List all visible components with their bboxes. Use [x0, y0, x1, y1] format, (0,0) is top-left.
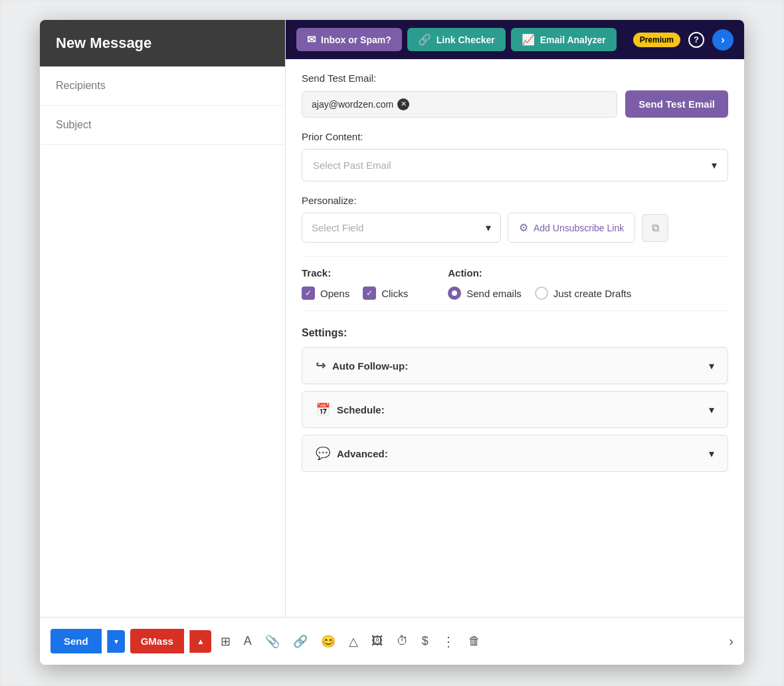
field-select-dropdown[interactable]: Select Field ▾	[302, 213, 501, 243]
checkbox-row: ✓ Opens ✓ Clicks	[302, 286, 408, 300]
settings-advanced[interactable]: 💬 Advanced: ▾	[302, 435, 728, 472]
auto-followup-chevron: ▾	[709, 360, 714, 372]
bottom-toolbar: Send ▾ GMass ▲ ⊞ A 📎 🔗 😊 △ 🖼 ⏱ $ ⋮ 🗑 ›	[40, 617, 744, 665]
radio-create-drafts[interactable]: Just create Drafts	[535, 286, 632, 300]
create-drafts-label: Just create Drafts	[553, 288, 632, 299]
copy-icon: ⧉	[652, 222, 659, 234]
settings-auto-followup[interactable]: ↪ Auto Follow-up: ▾	[302, 347, 728, 384]
advanced-label: Advanced:	[337, 448, 388, 459]
action-section: Action: Send emails Just create Drafts	[448, 267, 631, 300]
sidebar-header: New Message	[40, 20, 285, 66]
schedule-chevron: ▾	[709, 403, 714, 416]
send-emails-radio[interactable]	[448, 286, 461, 300]
top-nav: ✉ Inbox or Spam? 🔗 Link Checker 📈 Email …	[286, 20, 744, 59]
prior-content-label: Prior Content:	[302, 131, 728, 142]
send-test-button[interactable]: Send Test Email	[625, 90, 728, 118]
main-overlay: New Message Recipients Subject ✉ Inbox o…	[40, 20, 744, 665]
main-panel: ✉ Inbox or Spam? 🔗 Link Checker 📈 Email …	[286, 20, 744, 617]
gmass-button[interactable]: GMass	[130, 629, 184, 653]
send-test-label: Send Test Email:	[302, 72, 728, 84]
gmass-chevron-button[interactable]: ▲	[189, 630, 211, 653]
toolbar-emoji-icon[interactable]: 😊	[317, 630, 340, 653]
toolbar-clock-icon[interactable]: ⏱	[393, 630, 413, 652]
field-chevron: ▾	[486, 221, 491, 234]
inbox-icon: ✉	[307, 33, 316, 46]
schedule-label: Schedule:	[337, 404, 385, 415]
radio-send-emails[interactable]: Send emails	[448, 286, 522, 300]
followup-icon: ↪	[316, 358, 326, 373]
unsubscribe-button[interactable]: ⚙ Add Unsubscribe Link	[508, 213, 635, 243]
personalize-inputs: Select Field ▾ ⚙ Add Unsubscribe Link ⧉	[302, 213, 728, 243]
tab-email-analyzer[interactable]: 📈 Email Analyzer	[511, 28, 617, 51]
track-title: Track:	[302, 267, 408, 279]
sidebar: New Message Recipients Subject	[40, 20, 286, 665]
tab-inbox-spam-label: Inbox or Spam?	[321, 35, 391, 45]
radio-inner	[452, 290, 457, 296]
prior-content-placeholder: Select Past Email	[313, 160, 391, 171]
settings-advanced-left: 💬 Advanced:	[316, 446, 388, 461]
new-message-title: New Message	[56, 35, 151, 51]
user-avatar: ›	[712, 29, 734, 51]
auto-followup-label: Auto Follow-up:	[332, 360, 408, 372]
personalize-label: Personalize:	[302, 195, 728, 206]
opens-label: Opens	[320, 288, 349, 299]
clicks-checkbox[interactable]: ✓	[363, 286, 376, 300]
tab-link-checker-label: Link Checker	[437, 35, 495, 45]
track-section: Track: ✓ Opens ✓ Clicks	[302, 267, 408, 300]
prior-content-chevron: ▾	[712, 159, 717, 172]
checkbox-opens[interactable]: ✓ Opens	[302, 286, 349, 300]
premium-badge: Premium	[633, 33, 680, 47]
settings-section: Settings: ↪ Auto Follow-up: ▾ 📅 Schedule…	[302, 327, 728, 472]
toolbar-link-icon[interactable]: 🔗	[289, 630, 312, 653]
toolbar-dollar-icon[interactable]: $	[418, 630, 433, 652]
unsubscribe-icon: ⚙	[519, 221, 528, 234]
nav-tabs-row: ✉ Inbox or Spam? 🔗 Link Checker 📈 Email …	[296, 28, 628, 51]
field-placeholder: Select Field	[312, 222, 363, 233]
prior-content-dropdown[interactable]: Select Past Email ▾	[302, 149, 728, 181]
opens-checkbox[interactable]: ✓	[302, 286, 315, 300]
analyzer-icon: 📈	[522, 33, 535, 46]
settings-schedule[interactable]: 📅 Schedule: ▾	[302, 391, 728, 428]
schedule-icon: 📅	[316, 402, 330, 417]
send-button[interactable]: Send	[50, 629, 102, 653]
toolbar-drive-icon[interactable]: △	[345, 630, 362, 653]
send-emails-label: Send emails	[466, 288, 522, 299]
email-chip: ajay@wordzen.com ✕	[312, 98, 409, 110]
content-area: Send Test Email: ajay@wordzen.com ✕ Send…	[286, 59, 744, 492]
checkbox-clicks[interactable]: ✓ Clicks	[363, 286, 408, 300]
send-dropdown-button[interactable]: ▾	[107, 630, 125, 653]
tab-link-checker[interactable]: 🔗 Link Checker	[407, 28, 506, 51]
toolbar-delete-icon[interactable]: 🗑	[464, 630, 484, 652]
subject-label: Subject	[56, 119, 91, 130]
sidebar-item-subject[interactable]: Subject	[40, 106, 285, 145]
toolbar-next-icon[interactable]: ›	[729, 633, 734, 649]
email-chip-close[interactable]: ✕	[397, 98, 409, 110]
tab-email-analyzer-label: Email Analyzer	[540, 35, 606, 45]
toolbar-grid-icon[interactable]: ⊞	[217, 630, 235, 653]
recipients-label: Recipients	[56, 80, 106, 91]
create-drafts-radio[interactable]	[535, 286, 548, 300]
action-title: Action:	[448, 267, 631, 279]
link-icon: 🔗	[418, 33, 431, 46]
advanced-icon: 💬	[316, 446, 330, 461]
advanced-chevron: ▾	[709, 447, 714, 460]
help-icon[interactable]: ?	[688, 32, 704, 48]
prior-content-section: Prior Content: Select Past Email ▾	[302, 131, 728, 181]
tab-inbox-spam[interactable]: ✉ Inbox or Spam?	[296, 28, 402, 51]
settings-auto-followup-left: ↪ Auto Follow-up:	[316, 358, 408, 373]
settings-title: Settings:	[302, 327, 728, 339]
track-action-row: Track: ✓ Opens ✓ Clicks Action:	[302, 256, 728, 311]
toolbar-attachment-icon[interactable]: 📎	[261, 630, 284, 653]
sidebar-item-recipients[interactable]: Recipients	[40, 66, 285, 106]
clicks-label: Clicks	[381, 288, 408, 299]
settings-schedule-left: 📅 Schedule:	[316, 402, 385, 417]
toolbar-format-icon[interactable]: A	[240, 630, 256, 652]
copy-button[interactable]: ⧉	[642, 214, 668, 242]
send-test-row: ajay@wordzen.com ✕ Send Test Email	[302, 90, 728, 118]
email-input-container[interactable]: ajay@wordzen.com ✕	[302, 91, 617, 118]
radio-row: Send emails Just create Drafts	[448, 286, 631, 300]
toolbar-photo-icon[interactable]: 🖼	[367, 630, 387, 652]
toolbar-more-icon[interactable]: ⋮	[438, 629, 459, 653]
personalize-section: Personalize: Select Field ▾ ⚙ Add Unsubs…	[302, 195, 728, 243]
unsubscribe-label: Add Unsubscribe Link	[534, 223, 624, 233]
